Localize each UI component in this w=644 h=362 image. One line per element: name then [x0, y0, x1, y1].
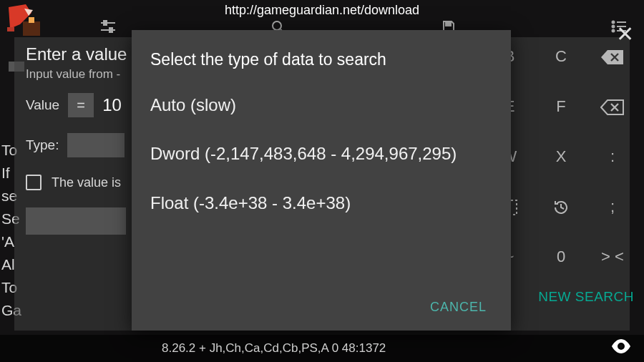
new-search-button[interactable]: NEW SEARCH	[538, 289, 634, 305]
key-semicolon[interactable]: ;	[592, 197, 633, 216]
type-label: Type:	[26, 137, 59, 153]
close-icon[interactable]: ✕	[616, 21, 634, 47]
right-keypad: B C E F W X : ; ~ 0 > < NEW SEARCH	[489, 40, 633, 273]
status-text: 8.26.2 + Jh,Ch,Ca,Cd,Cb,PS,A 0 48:1372	[162, 341, 386, 356]
backspace-outline-icon[interactable]	[592, 97, 633, 116]
key-x[interactable]: X	[541, 147, 581, 166]
key-angle-brackets[interactable]: > <	[592, 248, 633, 266]
dialog-actions: CANCEL	[132, 284, 511, 331]
svg-point-10	[612, 21, 614, 24]
select-type-dialog: Select the type of data to search Auto (…	[132, 30, 511, 331]
value-input[interactable]: 10	[102, 95, 122, 115]
history-icon[interactable]	[541, 197, 581, 216]
sliders-icon[interactable]	[100, 20, 116, 39]
extra-field[interactable]	[26, 207, 126, 235]
key-c[interactable]: C	[541, 47, 581, 66]
key-colon[interactable]: :	[592, 147, 633, 166]
cancel-button[interactable]: CANCEL	[420, 293, 497, 322]
dialog-body: Auto (slow) Dword (-2,147,483,648 - 4,29…	[132, 82, 511, 284]
key-zero[interactable]: 0	[541, 248, 581, 266]
option-auto[interactable]: Auto (slow)	[150, 82, 492, 131]
svg-rect-6	[109, 28, 112, 32]
svg-point-7	[273, 21, 281, 30]
dialog-title: Select the type of data to search	[132, 30, 511, 82]
svg-rect-9	[446, 22, 451, 26]
visibility-eye-icon[interactable]	[611, 339, 631, 358]
svg-rect-4	[104, 21, 107, 25]
svg-point-14	[612, 30, 614, 32]
url-bar: http://gameguardian.net/download	[0, 0, 644, 20]
equals-selector[interactable]: =	[68, 93, 94, 117]
bottom-status-bar: 8.26.2 + Jh,Ch,Ca,Cd,Cb,PS,A 0 48:1372	[0, 335, 644, 362]
checkbox-label: The value is	[52, 175, 121, 190]
option-float[interactable]: Float (-3.4e+38 - 3.4e+38)	[150, 180, 492, 229]
svg-point-12	[612, 26, 614, 28]
key-f[interactable]: F	[541, 97, 581, 116]
type-selector[interactable]	[67, 133, 125, 157]
option-dword[interactable]: Dword (-2,147,483,648 - 4,294,967,295)	[150, 131, 492, 180]
value-label: Value	[26, 97, 59, 113]
svg-point-17	[620, 345, 623, 348]
checkbox-icon[interactable]	[26, 175, 42, 190]
backspace-icon[interactable]	[592, 47, 633, 66]
